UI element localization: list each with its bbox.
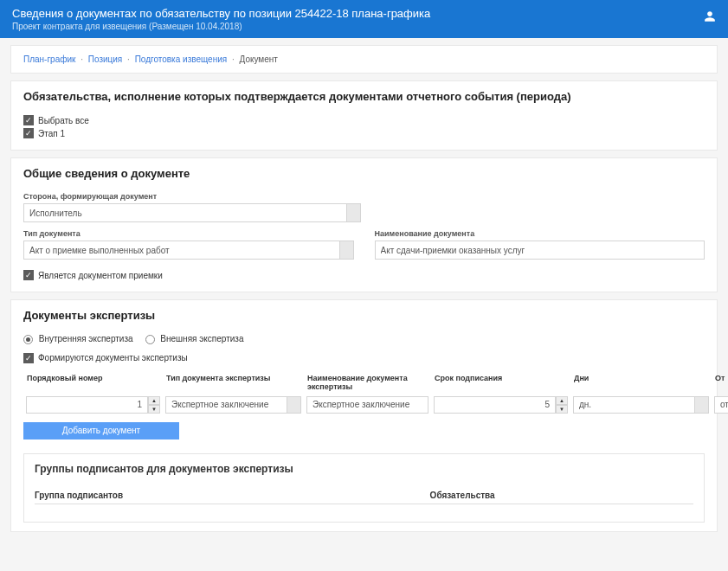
signatories-subsection: Группы подписантов для документов экспер… xyxy=(23,453,705,523)
name-input-wrap[interactable] xyxy=(375,241,705,260)
row-num-input[interactable]: ▲▼ xyxy=(26,396,160,414)
checkbox-select-all[interactable]: Выбрать все xyxy=(23,115,705,125)
checkbox-label: Этап 1 xyxy=(38,129,65,138)
checkbox-icon xyxy=(23,115,34,125)
page-subtitle: Проект контракта для извещения (Размещен… xyxy=(12,22,716,31)
th-name: Наименование документа экспертизы xyxy=(304,370,431,395)
breadcrumb-link[interactable]: Подготовка извещения xyxy=(135,55,228,64)
row-term-input[interactable]: ▲▼ xyxy=(434,396,568,414)
breadcrumb-link[interactable]: План-график xyxy=(23,55,75,64)
checkbox-label: Выбрать все xyxy=(38,116,89,125)
breadcrumb-current: Документ xyxy=(240,55,278,64)
name-input[interactable] xyxy=(375,241,705,260)
row-type-select[interactable] xyxy=(165,396,301,414)
user-icon[interactable] xyxy=(704,10,716,22)
radio-label: Внешняя экспертиза xyxy=(160,334,243,343)
row-name-input[interactable] xyxy=(306,396,428,414)
checkbox-icon xyxy=(23,270,34,280)
section-title: Документы экспертизы xyxy=(23,309,705,322)
table-row: ▲▼ ▲▼ xyxy=(23,395,728,415)
breadcrumb-card: План-график · Позиция · Подготовка извещ… xyxy=(10,45,718,74)
field-label-side: Сторона, формирующая документ xyxy=(23,192,705,201)
radio-label: Внутренняя экспертиза xyxy=(39,334,133,343)
table-header-row: Порядковый номер Тип документа экспертиз… xyxy=(23,370,728,395)
expertise-section: Документы экспертизы Внутренняя эксперти… xyxy=(10,299,718,532)
checkbox-formed[interactable]: Формируются документы экспертизы xyxy=(23,353,705,363)
field-label-name: Наименование документа xyxy=(375,229,705,238)
checkbox-acceptance-doc[interactable]: Является документом приемки xyxy=(23,270,705,280)
side-input[interactable] xyxy=(23,203,347,222)
checkbox-icon xyxy=(23,353,34,363)
spinner-icon[interactable]: ▲▼ xyxy=(148,396,160,414)
row-from-select[interactable] xyxy=(714,396,728,414)
radio-icon xyxy=(145,335,155,344)
th-from: От xyxy=(712,370,728,395)
row-days-select[interactable] xyxy=(573,396,709,414)
obligations-section: Обязательства, исполнение которых подтве… xyxy=(10,80,718,151)
col-obligations: Обязательства xyxy=(430,491,693,500)
signatories-header: Группа подписантов Обязательства xyxy=(35,491,693,504)
th-term: Срок подписания xyxy=(431,370,570,395)
expertise-radio-group: Внутренняя экспертиза Внешняя экспертиза xyxy=(23,334,705,344)
side-select[interactable] xyxy=(23,203,361,222)
col-group: Группа подписантов xyxy=(35,491,123,500)
field-label-type: Тип документа xyxy=(23,229,354,238)
expertise-table: Порядковый номер Тип документа экспертиз… xyxy=(23,370,728,415)
dropdown-icon[interactable] xyxy=(347,203,361,222)
page-title: Сведения о документах по обязательству п… xyxy=(12,7,716,20)
dropdown-icon[interactable] xyxy=(287,396,301,414)
breadcrumb-link[interactable]: Позиция xyxy=(88,55,123,64)
th-type: Тип документа экспертизы xyxy=(163,370,304,395)
checkbox-label: Является документом приемки xyxy=(38,271,163,280)
checkbox-stage-1[interactable]: Этап 1 xyxy=(23,128,705,138)
breadcrumb: План-график · Позиция · Подготовка извещ… xyxy=(23,55,705,64)
th-days: Дни xyxy=(570,370,712,395)
spinner-icon[interactable]: ▲▼ xyxy=(556,396,568,414)
type-input[interactable] xyxy=(23,241,340,260)
doc-info-section: Общие сведения о документе Сторона, форм… xyxy=(10,157,718,292)
app-header: Сведения о документах по обязательству п… xyxy=(0,0,728,38)
radio-internal[interactable]: Внутренняя экспертиза xyxy=(23,334,133,344)
checkbox-icon xyxy=(23,128,34,138)
checkbox-label: Формируются документы экспертизы xyxy=(38,353,188,362)
radio-external[interactable]: Внешняя экспертиза xyxy=(145,334,244,344)
radio-icon xyxy=(23,335,33,344)
add-document-button[interactable]: Добавить документ xyxy=(23,422,179,439)
section-title: Общие сведения о документе xyxy=(23,167,705,180)
dropdown-icon[interactable] xyxy=(340,241,354,260)
section-title: Обязательства, исполнение которых подтве… xyxy=(23,90,705,103)
th-num: Порядковый номер xyxy=(23,370,163,395)
sub-section-title: Группы подписантов для документов экспер… xyxy=(35,463,693,475)
dropdown-icon[interactable] xyxy=(695,396,709,414)
type-select[interactable] xyxy=(23,241,354,260)
